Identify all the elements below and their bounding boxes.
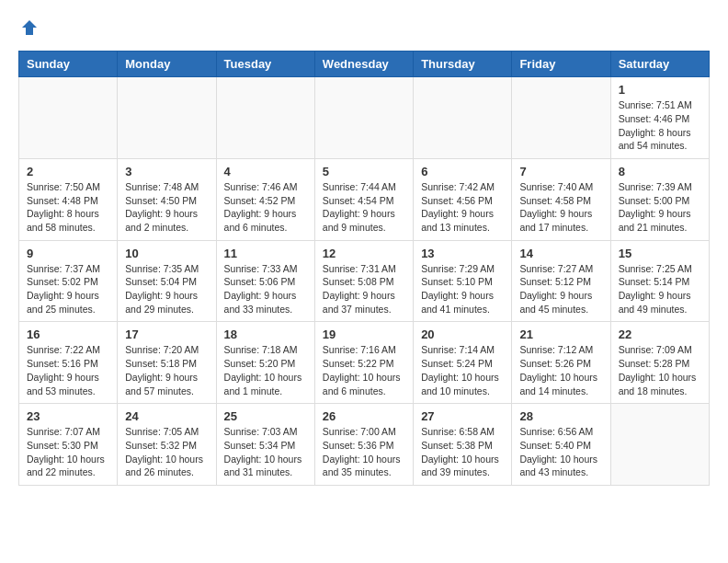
day-number: 26 <box>323 409 405 423</box>
day-number: 12 <box>323 247 405 260</box>
calendar-week-row: 2Sunrise: 7:50 AM Sunset: 4:48 PM Daylig… <box>19 158 710 240</box>
calendar-cell: 8Sunrise: 7:39 AM Sunset: 5:00 PM Daylig… <box>610 158 709 240</box>
calendar-cell: 24Sunrise: 7:05 AM Sunset: 5:32 PM Dayli… <box>118 404 216 486</box>
calendar-cell: 23Sunrise: 7:07 AM Sunset: 5:30 PM Dayli… <box>19 404 118 486</box>
calendar-cell: 19Sunrise: 7:16 AM Sunset: 5:22 PM Dayli… <box>314 322 413 404</box>
calendar-cell: 9Sunrise: 7:37 AM Sunset: 5:02 PM Daylig… <box>19 240 118 322</box>
calendar-cell: 12Sunrise: 7:31 AM Sunset: 5:08 PM Dayli… <box>314 240 413 322</box>
weekday-header: Sunday <box>19 52 118 77</box>
day-number: 8 <box>619 165 701 178</box>
day-number: 16 <box>27 327 109 341</box>
page-header <box>18 18 710 41</box>
calendar-cell: 10Sunrise: 7:35 AM Sunset: 5:04 PM Dayli… <box>118 240 216 322</box>
day-info: Sunrise: 7:42 AM Sunset: 4:56 PM Dayligh… <box>421 180 504 235</box>
day-info: Sunrise: 7:31 AM Sunset: 5:08 PM Dayligh… <box>323 262 405 316</box>
calendar-cell: 6Sunrise: 7:42 AM Sunset: 4:56 PM Daylig… <box>414 158 512 240</box>
day-number: 23 <box>27 409 109 423</box>
day-info: Sunrise: 7:03 AM Sunset: 5:34 PM Dayligh… <box>224 425 307 479</box>
calendar-cell: 14Sunrise: 7:27 AM Sunset: 5:12 PM Dayli… <box>512 240 610 322</box>
calendar-cell: 2Sunrise: 7:50 AM Sunset: 4:48 PM Daylig… <box>19 158 118 240</box>
day-number: 15 <box>619 247 701 260</box>
day-number: 21 <box>519 327 602 341</box>
day-number: 9 <box>27 247 109 260</box>
day-info: Sunrise: 7:14 AM Sunset: 5:24 PM Dayligh… <box>421 343 504 397</box>
day-number: 6 <box>421 165 504 178</box>
weekday-header-row: SundayMondayTuesdayWednesdayThursdayFrid… <box>19 52 710 77</box>
weekday-header: Friday <box>512 52 610 77</box>
calendar-cell: 4Sunrise: 7:46 AM Sunset: 4:52 PM Daylig… <box>216 158 314 240</box>
calendar-cell: 21Sunrise: 7:12 AM Sunset: 5:26 PM Dayli… <box>512 322 610 404</box>
day-number: 14 <box>519 247 602 260</box>
logo <box>18 18 39 41</box>
day-info: Sunrise: 7:35 AM Sunset: 5:04 PM Dayligh… <box>125 262 208 316</box>
calendar-week-row: 23Sunrise: 7:07 AM Sunset: 5:30 PM Dayli… <box>19 404 710 486</box>
calendar-cell: 5Sunrise: 7:44 AM Sunset: 4:54 PM Daylig… <box>314 158 413 240</box>
day-info: Sunrise: 7:33 AM Sunset: 5:06 PM Dayligh… <box>224 262 307 316</box>
day-number: 19 <box>323 327 405 341</box>
calendar-cell: 13Sunrise: 7:29 AM Sunset: 5:10 PM Dayli… <box>414 240 512 322</box>
day-info: Sunrise: 7:25 AM Sunset: 5:14 PM Dayligh… <box>619 262 701 316</box>
day-number: 22 <box>619 327 701 341</box>
day-info: Sunrise: 7:05 AM Sunset: 5:32 PM Dayligh… <box>125 425 208 479</box>
day-number: 1 <box>619 83 701 97</box>
calendar-cell: 22Sunrise: 7:09 AM Sunset: 5:28 PM Dayli… <box>610 322 709 404</box>
day-info: Sunrise: 7:44 AM Sunset: 4:54 PM Dayligh… <box>323 180 405 235</box>
day-number: 4 <box>224 165 307 178</box>
calendar-cell: 3Sunrise: 7:48 AM Sunset: 4:50 PM Daylig… <box>118 158 216 240</box>
day-info: Sunrise: 7:29 AM Sunset: 5:10 PM Dayligh… <box>421 262 504 316</box>
calendar-cell: 1Sunrise: 7:51 AM Sunset: 4:46 PM Daylig… <box>610 77 709 159</box>
calendar-cell: 7Sunrise: 7:40 AM Sunset: 4:58 PM Daylig… <box>512 158 610 240</box>
weekday-header: Saturday <box>610 52 709 77</box>
calendar-week-row: 9Sunrise: 7:37 AM Sunset: 5:02 PM Daylig… <box>19 240 710 322</box>
calendar-week-row: 1Sunrise: 7:51 AM Sunset: 4:46 PM Daylig… <box>19 77 710 159</box>
day-info: Sunrise: 6:58 AM Sunset: 5:38 PM Dayligh… <box>421 425 504 479</box>
weekday-header: Monday <box>118 52 216 77</box>
day-number: 3 <box>125 165 208 178</box>
calendar-cell: 26Sunrise: 7:00 AM Sunset: 5:36 PM Dayli… <box>314 404 413 486</box>
day-info: Sunrise: 7:00 AM Sunset: 5:36 PM Dayligh… <box>323 425 405 479</box>
logo-icon <box>20 18 39 37</box>
weekday-header: Thursday <box>414 52 512 77</box>
day-info: Sunrise: 7:20 AM Sunset: 5:18 PM Dayligh… <box>125 343 208 397</box>
day-number: 2 <box>27 165 109 178</box>
calendar-cell: 20Sunrise: 7:14 AM Sunset: 5:24 PM Dayli… <box>414 322 512 404</box>
day-info: Sunrise: 7:50 AM Sunset: 4:48 PM Dayligh… <box>27 180 109 235</box>
day-number: 24 <box>125 409 208 423</box>
calendar-cell: 27Sunrise: 6:58 AM Sunset: 5:38 PM Dayli… <box>414 404 512 486</box>
weekday-header: Tuesday <box>216 52 314 77</box>
calendar-cell <box>118 77 216 159</box>
day-number: 20 <box>421 327 504 341</box>
day-info: Sunrise: 7:09 AM Sunset: 5:28 PM Dayligh… <box>619 343 701 397</box>
day-number: 25 <box>224 409 307 423</box>
day-number: 27 <box>421 409 504 423</box>
day-number: 11 <box>224 247 307 260</box>
day-number: 13 <box>421 247 504 260</box>
calendar-cell: 11Sunrise: 7:33 AM Sunset: 5:06 PM Dayli… <box>216 240 314 322</box>
day-number: 5 <box>323 165 405 178</box>
day-info: Sunrise: 7:37 AM Sunset: 5:02 PM Dayligh… <box>27 262 109 316</box>
day-number: 7 <box>519 165 602 178</box>
calendar-cell: 15Sunrise: 7:25 AM Sunset: 5:14 PM Dayli… <box>610 240 709 322</box>
day-info: Sunrise: 6:56 AM Sunset: 5:40 PM Dayligh… <box>519 425 602 479</box>
day-info: Sunrise: 7:07 AM Sunset: 5:30 PM Dayligh… <box>27 425 109 479</box>
day-info: Sunrise: 7:48 AM Sunset: 4:50 PM Dayligh… <box>125 180 208 235</box>
day-info: Sunrise: 7:51 AM Sunset: 4:46 PM Dayligh… <box>619 98 701 153</box>
calendar-cell <box>610 404 709 486</box>
svg-marker-0 <box>22 20 37 35</box>
calendar-cell: 17Sunrise: 7:20 AM Sunset: 5:18 PM Dayli… <box>118 322 216 404</box>
day-number: 10 <box>125 247 208 260</box>
calendar-cell: 18Sunrise: 7:18 AM Sunset: 5:20 PM Dayli… <box>216 322 314 404</box>
day-info: Sunrise: 7:27 AM Sunset: 5:12 PM Dayligh… <box>519 262 602 316</box>
day-info: Sunrise: 7:40 AM Sunset: 4:58 PM Dayligh… <box>519 180 602 235</box>
day-info: Sunrise: 7:46 AM Sunset: 4:52 PM Dayligh… <box>224 180 307 235</box>
day-number: 28 <box>519 409 602 423</box>
day-info: Sunrise: 7:16 AM Sunset: 5:22 PM Dayligh… <box>323 343 405 397</box>
calendar-cell <box>512 77 610 159</box>
calendar-week-row: 16Sunrise: 7:22 AM Sunset: 5:16 PM Dayli… <box>19 322 710 404</box>
day-info: Sunrise: 7:39 AM Sunset: 5:00 PM Dayligh… <box>619 180 701 235</box>
calendar-cell: 28Sunrise: 6:56 AM Sunset: 5:40 PM Dayli… <box>512 404 610 486</box>
day-info: Sunrise: 7:22 AM Sunset: 5:16 PM Dayligh… <box>27 343 109 397</box>
calendar-cell <box>216 77 314 159</box>
calendar-cell <box>19 77 118 159</box>
day-number: 17 <box>125 327 208 341</box>
